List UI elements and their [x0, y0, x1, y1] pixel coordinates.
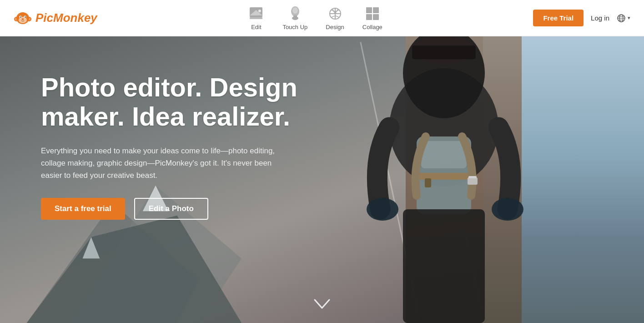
- svg-rect-48: [468, 176, 477, 178]
- design-icon: [327, 5, 343, 22]
- svg-rect-25: [366, 7, 372, 13]
- collage-icon: [364, 5, 381, 22]
- svg-point-8: [20, 16, 21, 17]
- svg-rect-49: [403, 209, 485, 323]
- logo-icon: [14, 9, 32, 27]
- nav-design-label: Design: [326, 24, 344, 30]
- svg-point-10: [22, 18, 24, 20]
- svg-rect-27: [366, 14, 372, 20]
- svg-rect-18: [293, 15, 297, 18]
- nav-touchup[interactable]: Touch Up: [282, 5, 307, 30]
- edit-photo-button[interactable]: Edit a Photo: [134, 198, 208, 220]
- scroll-down-chevron[interactable]: [313, 298, 331, 314]
- globe-icon: [617, 14, 626, 23]
- svg-rect-28: [373, 14, 379, 20]
- nav-touchup-label: Touch Up: [282, 24, 307, 30]
- main-nav: Edit Touch Up: [248, 5, 382, 30]
- nav-collage-label: Collage: [362, 24, 382, 30]
- free-trial-button[interactable]: Free Trial: [533, 10, 584, 26]
- svg-rect-26: [373, 7, 379, 13]
- hero-section: Photo editor. Design maker. Idea realize…: [0, 36, 644, 323]
- edit-icon: [248, 5, 264, 22]
- svg-point-50: [367, 198, 398, 221]
- svg-point-13: [258, 10, 261, 12]
- hero-headline: Photo editor. Design maker. Idea realize…: [41, 73, 314, 131]
- svg-point-16: [292, 7, 298, 14]
- svg-point-9: [25, 16, 25, 17]
- hero-buttons: Start a free trial Edit a Photo: [41, 198, 314, 220]
- svg-point-51: [492, 198, 523, 221]
- chevron-down-icon: ▾: [628, 15, 630, 21]
- person-image: [312, 36, 576, 323]
- nav-edit-label: Edit: [251, 24, 261, 30]
- person-svg: [312, 36, 576, 323]
- language-selector[interactable]: ▾: [617, 14, 630, 23]
- logo[interactable]: PicMonkey: [14, 9, 97, 27]
- hero-subtext: Everything you need to make your ideas c…: [41, 145, 287, 182]
- start-trial-button[interactable]: Start a free trial: [41, 198, 125, 220]
- svg-rect-14: [250, 17, 262, 19]
- svg-rect-42: [412, 45, 476, 59]
- svg-rect-47: [468, 177, 478, 185]
- hero-content: Photo editor. Design maker. Idea realize…: [41, 73, 314, 220]
- nav-collage[interactable]: Collage: [362, 5, 382, 30]
- header-right: Free Trial Log in ▾: [533, 10, 630, 26]
- svg-rect-44: [421, 141, 467, 168]
- nav-edit[interactable]: Edit: [248, 5, 264, 30]
- chevron-icon: [313, 298, 331, 311]
- svg-rect-46: [425, 178, 431, 187]
- logo-text: PicMonkey: [35, 11, 97, 25]
- header: PicMonkey Edit: [0, 0, 644, 36]
- nav-design[interactable]: Design: [326, 5, 344, 30]
- touchup-icon: [287, 5, 303, 22]
- login-link[interactable]: Log in: [591, 14, 609, 22]
